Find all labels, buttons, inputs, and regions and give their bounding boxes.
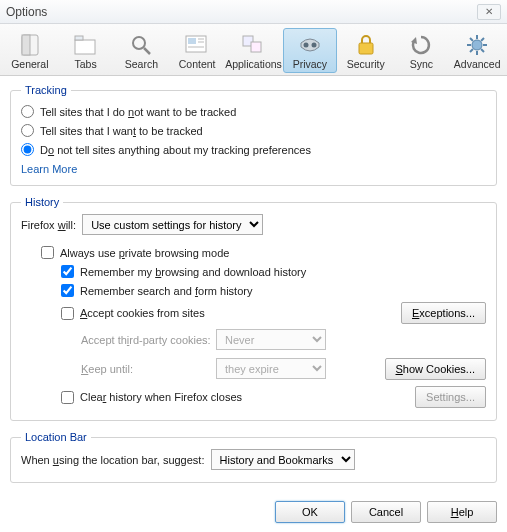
third-party-select: Never bbox=[216, 329, 326, 350]
help-button[interactable]: Help bbox=[427, 501, 497, 523]
tab-applications[interactable]: Applications bbox=[226, 28, 281, 73]
show-cookies-button[interactable]: Show Cookies... bbox=[385, 358, 487, 380]
svg-line-24 bbox=[470, 49, 473, 52]
tracking-label-donottrack: Tell sites that I do not want to be trac… bbox=[40, 106, 236, 118]
tabs-icon bbox=[73, 32, 99, 58]
privacy-icon bbox=[297, 32, 323, 58]
dialog-footer: OK Cancel Help bbox=[0, 493, 507, 532]
svg-line-22 bbox=[470, 38, 473, 41]
ok-button[interactable]: OK bbox=[275, 501, 345, 523]
tracking-label-nopref: Do not tell sites anything about my trac… bbox=[40, 144, 311, 156]
accept-cookies-checkbox[interactable] bbox=[61, 307, 74, 320]
remember-browsing-checkbox[interactable] bbox=[61, 265, 74, 278]
location-bar-legend: Location Bar bbox=[21, 431, 91, 443]
keep-until-select: they expire bbox=[216, 358, 326, 379]
svg-line-25 bbox=[481, 38, 484, 41]
svg-line-23 bbox=[481, 49, 484, 52]
accept-cookies-label: Accept cookies from sites bbox=[80, 307, 205, 319]
svg-point-14 bbox=[311, 43, 316, 48]
always-private-label: Always use private browsing mode bbox=[60, 247, 229, 259]
remember-browsing-label: Remember my browsing and download histor… bbox=[80, 266, 306, 278]
svg-rect-12 bbox=[251, 42, 261, 52]
location-suggest-label: When using the location bar, suggest: bbox=[21, 454, 211, 466]
clear-settings-button: Settings... bbox=[415, 386, 486, 408]
svg-point-4 bbox=[133, 37, 145, 49]
tab-security[interactable]: Security bbox=[339, 28, 393, 73]
tracking-radio-nopref[interactable] bbox=[21, 143, 34, 156]
firefox-will-label: Firefox will: bbox=[21, 219, 82, 231]
svg-rect-2 bbox=[75, 40, 95, 54]
tab-tabs[interactable]: Tabs bbox=[59, 28, 113, 73]
location-bar-group: Location Bar When using the location bar… bbox=[10, 431, 497, 483]
tab-search[interactable]: Search bbox=[115, 28, 169, 73]
tab-content[interactable]: Content bbox=[170, 28, 224, 73]
tab-privacy[interactable]: Privacy bbox=[283, 28, 337, 73]
cancel-button[interactable]: Cancel bbox=[351, 501, 421, 523]
content-icon bbox=[184, 32, 210, 58]
tab-advanced[interactable]: Advanced bbox=[450, 28, 504, 73]
exceptions-button[interactable]: Exceptions... bbox=[401, 302, 486, 324]
svg-point-17 bbox=[472, 40, 482, 50]
tracking-radio-donottrack[interactable] bbox=[21, 105, 34, 118]
tab-general[interactable]: General bbox=[3, 28, 57, 73]
firefox-will-select[interactable]: Use custom settings for history bbox=[82, 214, 263, 235]
svg-line-5 bbox=[144, 48, 150, 54]
sync-icon bbox=[409, 32, 433, 58]
clear-on-close-checkbox[interactable] bbox=[61, 391, 74, 404]
tracking-legend: Tracking bbox=[21, 84, 71, 96]
keep-until-label: Keep until: bbox=[81, 363, 216, 375]
location-suggest-select[interactable]: History and Bookmarks bbox=[211, 449, 355, 470]
tracking-group: Tracking Tell sites that I do not want t… bbox=[10, 84, 497, 186]
svg-rect-15 bbox=[359, 43, 373, 54]
security-icon bbox=[356, 32, 376, 58]
tracking-label-dotrack: Tell sites that I want to be tracked bbox=[40, 125, 203, 137]
category-toolbar: General Tabs Search Content Applications… bbox=[0, 24, 507, 76]
svg-point-13 bbox=[303, 43, 308, 48]
third-party-label: Accept third-party cookies: bbox=[81, 334, 216, 346]
applications-icon bbox=[241, 32, 267, 58]
svg-rect-3 bbox=[75, 36, 83, 40]
search-icon bbox=[129, 32, 153, 58]
advanced-icon bbox=[465, 32, 489, 58]
svg-rect-7 bbox=[188, 38, 196, 44]
history-legend: History bbox=[21, 196, 63, 208]
clear-on-close-label: Clear history when Firefox closes bbox=[80, 391, 242, 403]
learn-more-link[interactable]: Learn More bbox=[21, 159, 77, 175]
close-button[interactable]: ✕ bbox=[477, 4, 501, 20]
general-icon bbox=[19, 32, 41, 58]
always-private-checkbox[interactable] bbox=[41, 246, 54, 259]
tab-sync[interactable]: Sync bbox=[395, 28, 449, 73]
history-group: History Firefox will: Use custom setting… bbox=[10, 196, 497, 421]
remember-search-label: Remember search and form history bbox=[80, 285, 252, 297]
title-bar: Options ✕ bbox=[0, 0, 507, 24]
window-title: Options bbox=[6, 5, 47, 19]
remember-search-checkbox[interactable] bbox=[61, 284, 74, 297]
svg-rect-1 bbox=[22, 35, 30, 55]
tracking-radio-dotrack[interactable] bbox=[21, 124, 34, 137]
close-icon: ✕ bbox=[485, 6, 493, 17]
